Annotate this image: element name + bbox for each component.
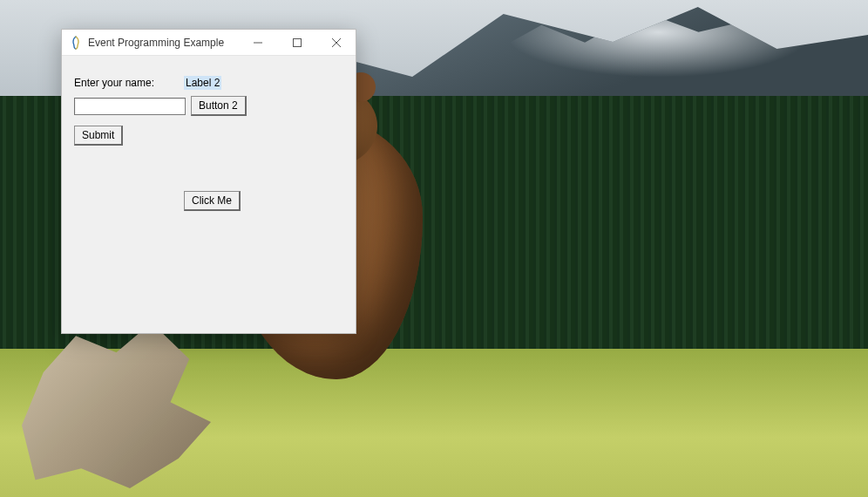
name-label: Enter your name: [74, 77, 154, 89]
button-2[interactable]: Button 2 [191, 96, 247, 116]
app-icon [69, 36, 83, 50]
click-me-button[interactable]: Click Me [184, 191, 241, 211]
close-button[interactable] [316, 30, 356, 56]
minimize-button[interactable] [238, 30, 277, 56]
submit-button[interactable]: Submit [74, 126, 123, 146]
svg-rect-0 [293, 38, 301, 46]
name-input[interactable] [74, 98, 186, 115]
app-window: Event Programming Example Enter your nam… [61, 29, 356, 334]
window-title: Event Programming Example [88, 37, 224, 49]
label-2: Label 2 [184, 76, 221, 90]
client-area: Enter your name: Label 2 Button 2 Submit… [62, 56, 356, 333]
maximize-button[interactable] [277, 30, 316, 56]
titlebar[interactable]: Event Programming Example [62, 30, 356, 56]
